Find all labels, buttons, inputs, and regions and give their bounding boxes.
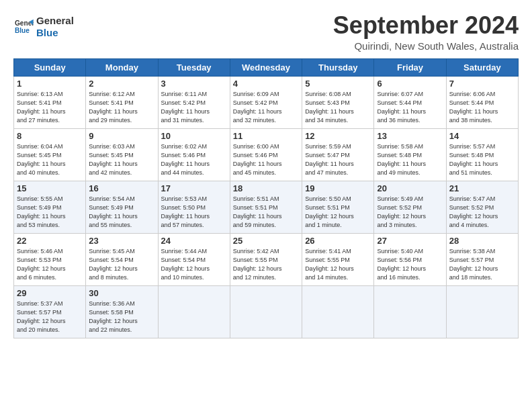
day-number: 27 (377, 236, 443, 246)
logo-icon: General Blue (15, 17, 34, 36)
day-number: 25 (233, 236, 299, 246)
table-row: 15Sunrise: 5:55 AM Sunset: 5:49 PM Dayli… (14, 181, 519, 233)
day-cell: 18Sunrise: 5:51 AM Sunset: 5:51 PM Dayli… (230, 181, 302, 233)
day-number: 30 (89, 288, 154, 298)
day-cell: 30Sunrise: 5:36 AM Sunset: 5:58 PM Dayli… (86, 285, 158, 338)
day-info: Sunrise: 6:00 AM Sunset: 5:46 PM Dayligh… (233, 142, 299, 177)
day-number: 23 (89, 236, 154, 246)
day-info: Sunrise: 5:40 AM Sunset: 5:56 PM Dayligh… (377, 247, 443, 282)
day-cell: 13Sunrise: 5:58 AM Sunset: 5:48 PM Dayli… (374, 128, 446, 181)
day-cell: 1Sunrise: 6:13 AM Sunset: 5:41 PM Daylig… (14, 76, 86, 128)
logo-line1: General (36, 15, 74, 27)
day-info: Sunrise: 5:42 AM Sunset: 5:55 PM Dayligh… (233, 247, 299, 282)
day-info: Sunrise: 5:58 AM Sunset: 5:48 PM Dayligh… (377, 142, 443, 177)
day-cell (230, 285, 302, 338)
day-cell: 10Sunrise: 6:02 AM Sunset: 5:46 PM Dayli… (158, 128, 230, 181)
day-number: 7 (449, 79, 515, 89)
day-number: 8 (17, 131, 83, 141)
col-saturday: Saturday (446, 58, 518, 76)
day-cell: 5Sunrise: 6:08 AM Sunset: 5:43 PM Daylig… (302, 76, 374, 128)
day-cell: 22Sunrise: 5:46 AM Sunset: 5:53 PM Dayli… (14, 233, 86, 285)
day-info: Sunrise: 5:47 AM Sunset: 5:52 PM Dayligh… (449, 195, 515, 230)
day-info: Sunrise: 6:03 AM Sunset: 5:45 PM Dayligh… (89, 142, 154, 177)
day-cell: 17Sunrise: 5:53 AM Sunset: 5:50 PM Dayli… (158, 181, 230, 233)
day-number: 1 (17, 79, 83, 89)
month-title: September 2024 (333, 12, 519, 39)
day-number: 18 (233, 183, 299, 193)
day-number: 9 (89, 131, 154, 141)
day-number: 24 (161, 236, 227, 246)
day-number: 22 (17, 236, 83, 246)
day-info: Sunrise: 5:49 AM Sunset: 5:52 PM Dayligh… (377, 195, 443, 230)
col-wednesday: Wednesday (230, 58, 302, 76)
day-cell (446, 285, 518, 338)
day-info: Sunrise: 5:57 AM Sunset: 5:48 PM Dayligh… (449, 142, 515, 177)
day-info: Sunrise: 5:54 AM Sunset: 5:49 PM Dayligh… (89, 195, 154, 230)
day-number: 17 (161, 183, 227, 193)
day-cell: 26Sunrise: 5:41 AM Sunset: 5:55 PM Dayli… (302, 233, 374, 285)
day-number: 15 (17, 183, 83, 193)
day-info: Sunrise: 6:13 AM Sunset: 5:41 PM Dayligh… (17, 90, 83, 125)
col-thursday: Thursday (302, 58, 374, 76)
day-cell: 29Sunrise: 5:37 AM Sunset: 5:57 PM Dayli… (14, 285, 86, 338)
day-number: 14 (449, 131, 515, 141)
day-info: Sunrise: 5:44 AM Sunset: 5:54 PM Dayligh… (161, 247, 227, 282)
day-cell: 12Sunrise: 5:59 AM Sunset: 5:47 PM Dayli… (302, 128, 374, 181)
col-friday: Friday (374, 58, 446, 76)
day-info: Sunrise: 5:53 AM Sunset: 5:50 PM Dayligh… (161, 195, 227, 230)
day-number: 10 (161, 131, 227, 141)
day-info: Sunrise: 5:37 AM Sunset: 5:57 PM Dayligh… (17, 300, 83, 334)
col-monday: Monday (86, 58, 158, 76)
table-row: 1Sunrise: 6:13 AM Sunset: 5:41 PM Daylig… (14, 76, 519, 128)
location: Quirindi, New South Wales, Australia (333, 40, 519, 52)
day-cell: 11Sunrise: 6:00 AM Sunset: 5:46 PM Dayli… (230, 128, 302, 181)
day-info: Sunrise: 6:12 AM Sunset: 5:41 PM Dayligh… (89, 90, 154, 125)
day-number: 4 (233, 79, 299, 89)
day-info: Sunrise: 5:51 AM Sunset: 5:51 PM Dayligh… (233, 195, 299, 230)
header: General Blue General Blue September 2024… (13, 12, 519, 52)
day-number: 3 (161, 79, 227, 89)
day-cell: 3Sunrise: 6:11 AM Sunset: 5:42 PM Daylig… (158, 76, 230, 128)
calendar-table: Sunday Monday Tuesday Wednesday Thursday… (13, 58, 519, 338)
day-number: 13 (377, 131, 443, 141)
day-cell: 7Sunrise: 6:06 AM Sunset: 5:44 PM Daylig… (446, 76, 518, 128)
day-cell: 4Sunrise: 6:09 AM Sunset: 5:42 PM Daylig… (230, 76, 302, 128)
col-tuesday: Tuesday (158, 58, 230, 76)
day-info: Sunrise: 5:41 AM Sunset: 5:55 PM Dayligh… (305, 247, 371, 282)
day-number: 6 (377, 79, 443, 89)
day-number: 11 (233, 131, 299, 141)
title-area: September 2024 Quirindi, New South Wales… (333, 12, 519, 52)
day-info: Sunrise: 5:38 AM Sunset: 5:57 PM Dayligh… (449, 247, 515, 282)
day-info: Sunrise: 6:07 AM Sunset: 5:44 PM Dayligh… (377, 90, 443, 125)
day-cell: 24Sunrise: 5:44 AM Sunset: 5:54 PM Dayli… (158, 233, 230, 285)
day-info: Sunrise: 6:06 AM Sunset: 5:44 PM Dayligh… (449, 90, 515, 125)
table-row: 29Sunrise: 5:37 AM Sunset: 5:57 PM Dayli… (14, 285, 519, 338)
day-info: Sunrise: 5:36 AM Sunset: 5:58 PM Dayligh… (89, 300, 154, 334)
day-number: 12 (305, 131, 371, 141)
day-number: 26 (305, 236, 371, 246)
day-number: 2 (89, 79, 154, 89)
table-row: 8Sunrise: 6:04 AM Sunset: 5:45 PM Daylig… (14, 128, 519, 181)
day-cell: 28Sunrise: 5:38 AM Sunset: 5:57 PM Dayli… (446, 233, 518, 285)
day-number: 28 (449, 236, 515, 246)
day-cell: 23Sunrise: 5:45 AM Sunset: 5:54 PM Dayli… (86, 233, 158, 285)
day-cell: 2Sunrise: 6:12 AM Sunset: 5:41 PM Daylig… (86, 76, 158, 128)
day-info: Sunrise: 5:55 AM Sunset: 5:49 PM Dayligh… (17, 195, 83, 230)
day-cell: 20Sunrise: 5:49 AM Sunset: 5:52 PM Dayli… (374, 181, 446, 233)
day-number: 20 (377, 183, 443, 193)
day-info: Sunrise: 6:09 AM Sunset: 5:42 PM Dayligh… (233, 90, 299, 125)
day-cell: 25Sunrise: 5:42 AM Sunset: 5:55 PM Dayli… (230, 233, 302, 285)
day-number: 29 (17, 288, 83, 298)
logo-line2: Blue (36, 27, 74, 39)
day-cell (374, 285, 446, 338)
day-cell: 6Sunrise: 6:07 AM Sunset: 5:44 PM Daylig… (374, 76, 446, 128)
day-info: Sunrise: 5:46 AM Sunset: 5:53 PM Dayligh… (17, 247, 83, 282)
table-row: 22Sunrise: 5:46 AM Sunset: 5:53 PM Dayli… (14, 233, 519, 285)
day-cell: 9Sunrise: 6:03 AM Sunset: 5:45 PM Daylig… (86, 128, 158, 181)
day-cell (302, 285, 374, 338)
day-cell: 21Sunrise: 5:47 AM Sunset: 5:52 PM Dayli… (446, 181, 518, 233)
day-cell (158, 285, 230, 338)
day-info: Sunrise: 6:04 AM Sunset: 5:45 PM Dayligh… (17, 142, 83, 177)
day-cell: 14Sunrise: 5:57 AM Sunset: 5:48 PM Dayli… (446, 128, 518, 181)
day-cell: 8Sunrise: 6:04 AM Sunset: 5:45 PM Daylig… (14, 128, 86, 181)
